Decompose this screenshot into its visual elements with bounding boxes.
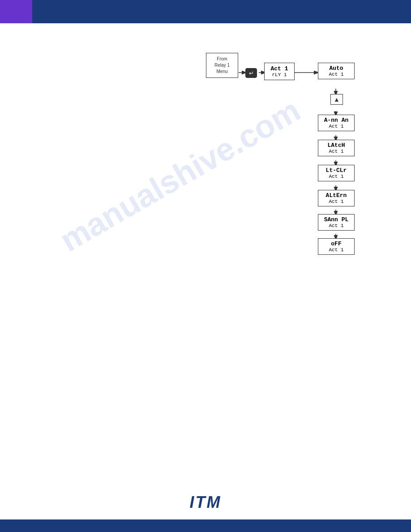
off-sub: Act 1 xyxy=(322,247,351,253)
altern-title: ALtErn xyxy=(322,192,351,199)
from-relay-box: From Relay 1 Menu xyxy=(206,53,238,78)
watermark: manualshive.com xyxy=(54,91,306,258)
right-box-off: oFF Act 1 xyxy=(318,238,355,255)
right-box-latch: LAtcH Act 1 xyxy=(318,140,355,156)
itm-logo: ITM xyxy=(190,493,222,512)
latch-title: LAtcH xyxy=(322,142,351,149)
sann-pl-sub: Act 1 xyxy=(322,223,351,228)
right-box-lt-clr: Lt-CLr Act 1 xyxy=(318,165,355,181)
itm-logo-text: ITM xyxy=(190,493,222,512)
bottom-bar xyxy=(0,519,411,532)
altern-sub: Act 1 xyxy=(322,199,351,204)
off-title: oFF xyxy=(322,240,351,247)
up-arrow-indicator: ▲ xyxy=(330,94,343,105)
header-purple xyxy=(0,0,32,23)
auto-title: Auto xyxy=(322,65,351,72)
enter-icon: ↵ xyxy=(245,68,257,78)
act-title: Act 1 xyxy=(268,65,291,72)
header-bar xyxy=(0,0,411,23)
diagram-svg xyxy=(0,0,411,313)
act-rly-box: Act 1 rLY 1 xyxy=(264,63,295,80)
header-blue xyxy=(32,0,411,23)
right-box-sann-pl: SAnn PL Act 1 xyxy=(318,214,355,231)
latch-sub: Act 1 xyxy=(322,149,351,154)
right-box-altern: ALtErn Act 1 xyxy=(318,190,355,206)
act-sub: rLY 1 xyxy=(268,72,291,77)
from-relay-text: From Relay 1 Menu xyxy=(211,56,233,75)
lt-clr-title: Lt-CLr xyxy=(322,167,351,174)
auto-sub: Act 1 xyxy=(322,72,351,77)
sann-pl-title: SAnn PL xyxy=(322,216,351,223)
lt-clr-sub: Act 1 xyxy=(322,174,351,179)
right-box-auto: Auto Act 1 xyxy=(318,63,355,79)
right-box-ann-an: A-nn An Act 1 xyxy=(318,115,355,131)
ann-an-title: A-nn An xyxy=(322,117,351,124)
ann-an-sub: Act 1 xyxy=(322,124,351,129)
